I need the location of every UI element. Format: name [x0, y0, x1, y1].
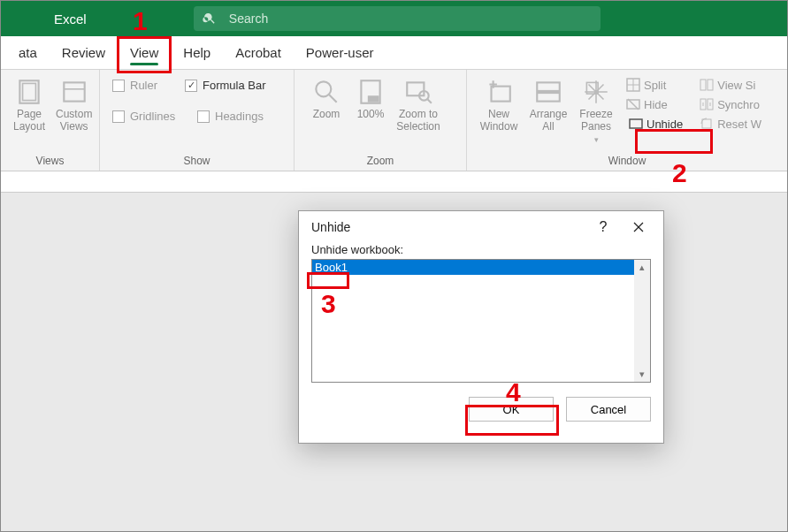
freeze-panes-icon	[581, 77, 611, 107]
new-window-label: NewWindow	[480, 109, 518, 133]
svg-rect-7	[368, 95, 379, 102]
svg-line-5	[329, 95, 337, 103]
scrollbar[interactable]: ▴ ▾	[634, 260, 650, 382]
gridlines-label: Gridlines	[130, 110, 175, 123]
svg-rect-2	[64, 82, 84, 101]
arrange-all-button[interactable]: ArrangeAll	[524, 75, 573, 135]
svg-rect-1	[23, 83, 36, 100]
tab-power-user[interactable]: Power-user	[294, 35, 386, 69]
dialog-body: Unhide workbook: Book1 ▴ ▾	[299, 243, 663, 383]
callout-3: 3	[321, 289, 336, 319]
zoom-to-selection-button[interactable]: Zoom toSelection	[390, 75, 447, 135]
dialog-label: Unhide workbook:	[311, 243, 651, 256]
dialog-title: Unhide	[311, 220, 350, 234]
group-zoom-label: Zoom	[302, 155, 459, 169]
dialog-help-button[interactable]: ?	[585, 214, 621, 240]
split-label: Split	[644, 79, 666, 92]
unhide-dialog: Unhide ? Unhide workbook: Book1 ▴ ▾ OK C…	[298, 210, 664, 444]
group-views: PageLayout CustomViews Views	[1, 70, 100, 171]
scroll-down-icon[interactable]: ▾	[638, 367, 646, 382]
unhide-label: Unhide	[646, 118, 683, 131]
new-window-icon	[484, 77, 514, 107]
view-side-button[interactable]: View Si	[696, 75, 765, 95]
search-wrap: Search	[87, 6, 708, 31]
reset-window-button[interactable]: Reset W	[696, 114, 765, 133]
callout-2: 2	[672, 158, 687, 188]
custom-views-button[interactable]: CustomViews	[50, 75, 97, 135]
group-window: NewWindow ArrangeAll FreezePanes ▾ Split…	[467, 70, 787, 171]
custom-views-label: CustomViews	[56, 109, 92, 133]
ribbon-tabs: ata Review View Help Acrobat Power-user	[1, 36, 787, 70]
page-layout-icon	[14, 77, 44, 107]
svg-rect-12	[537, 82, 560, 91]
arrange-all-label: ArrangeAll	[530, 109, 568, 133]
dialog-close-button[interactable]	[621, 214, 656, 240]
dialog-titlebar: Unhide ?	[299, 211, 663, 243]
view-side-icon	[700, 78, 714, 92]
ruler-label: Ruler	[130, 79, 157, 92]
tab-review[interactable]: Review	[50, 35, 118, 69]
tab-data[interactable]: ata	[6, 35, 50, 69]
gridlines-checkbox[interactable]: Gridlines	[107, 106, 192, 126]
hide-icon	[626, 97, 640, 111]
synchro-button[interactable]: Synchro	[696, 95, 765, 114]
unhide-button[interactable]: Unhide	[623, 114, 689, 133]
hide-label: Hide	[644, 98, 668, 111]
headings-label: Headings	[215, 110, 264, 123]
formula-strip	[1, 173, 787, 193]
view-side-label: View Si	[717, 79, 755, 92]
app-name: Excel	[54, 11, 87, 27]
search-icon	[203, 11, 217, 26]
synchro-label: Synchro	[717, 98, 760, 111]
close-icon	[633, 222, 644, 232]
reset-label: Reset W	[717, 118, 761, 131]
group-window-label: Window	[474, 155, 780, 169]
page-layout-button[interactable]: PageLayout	[8, 75, 50, 135]
title-bar: Excel Search	[1, 1, 787, 36]
new-window-button[interactable]: NewWindow	[474, 75, 524, 135]
arrange-all-icon	[533, 77, 563, 107]
hundred-icon	[356, 77, 386, 107]
ribbon: PageLayout CustomViews Views Ruler Formu…	[1, 70, 787, 171]
freeze-panes-button[interactable]: FreezePanes ▾	[573, 75, 619, 146]
group-show: Ruler Formula Bar Gridlines Headings Sho…	[100, 70, 295, 171]
scroll-up-icon[interactable]: ▴	[638, 260, 646, 275]
tab-help[interactable]: Help	[171, 35, 223, 69]
hundred-percent-button[interactable]: 100%	[351, 75, 390, 123]
cancel-button[interactable]: Cancel	[566, 397, 651, 422]
page-layout-label: PageLayout	[13, 109, 45, 133]
split-button[interactable]: Split	[623, 75, 689, 95]
svg-rect-20	[630, 119, 642, 128]
search-input[interactable]: Search	[194, 6, 601, 31]
dialog-buttons: OK Cancel	[299, 383, 663, 436]
svg-rect-27	[702, 119, 711, 128]
custom-views-icon	[59, 77, 89, 107]
callout-1: 1	[133, 6, 148, 36]
svg-line-10	[428, 100, 432, 103]
list-item[interactable]: Book1	[312, 260, 650, 275]
svg-rect-8	[407, 82, 424, 95]
zoom-button[interactable]: Zoom	[302, 75, 351, 123]
zoom-icon	[311, 77, 341, 107]
workbook-listbox[interactable]: Book1 ▴ ▾	[311, 259, 651, 383]
split-icon	[626, 78, 640, 92]
zoom-label: Zoom	[313, 109, 340, 121]
zoom-selection-icon	[403, 77, 433, 107]
svg-line-19	[628, 99, 639, 110]
svg-rect-21	[700, 80, 706, 90]
svg-rect-22	[708, 80, 713, 90]
chevron-down-icon: ▾	[594, 135, 599, 144]
hide-button[interactable]: Hide	[623, 95, 689, 114]
zoom-selection-label: Zoom toSelection	[396, 109, 440, 133]
svg-point-4	[316, 81, 331, 96]
tab-view[interactable]: View	[118, 35, 171, 69]
group-zoom: Zoom 100% Zoom toSelection Zoom	[295, 70, 467, 171]
freeze-panes-label: FreezePanes	[579, 109, 612, 133]
svg-rect-13	[537, 93, 560, 102]
reset-icon	[700, 117, 714, 131]
group-views-label: Views	[8, 155, 92, 169]
headings-checkbox[interactable]: Headings	[192, 106, 269, 126]
formula-bar-checkbox[interactable]: Formula Bar	[180, 75, 272, 95]
tab-acrobat[interactable]: Acrobat	[223, 35, 294, 69]
ruler-checkbox[interactable]: Ruler	[107, 75, 180, 95]
